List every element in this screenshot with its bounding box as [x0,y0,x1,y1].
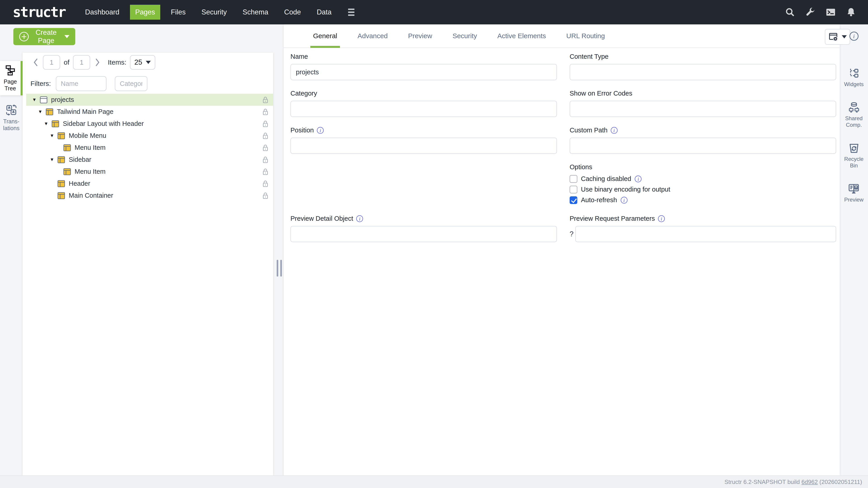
lock-icon[interactable] [262,168,269,175]
query-prefix: ? [569,230,574,238]
page-size-select[interactable]: 25 [130,55,155,70]
collapse-icon[interactable]: ▼ [32,97,37,102]
tab-preview[interactable]: Preview [405,24,435,47]
status-bar: Structr 6.2-SNAPSHOT build 6d962 (202602… [0,475,868,488]
info-icon[interactable]: i [621,197,627,203]
tree-item-sidebar-layout-with-header[interactable]: ▼ Sidebar Layout with Header [26,118,273,130]
main-menu: Dashboard Pages Files Security Schema Co… [80,5,355,20]
nav-item-data[interactable]: Data [311,5,337,20]
translations-icon [6,104,17,116]
name-input[interactable] [290,64,557,80]
page-next-icon[interactable] [94,58,101,67]
tree-item-menu-item[interactable]: ▼ Menu Item [26,142,273,154]
info-icon[interactable]: i [635,175,642,182]
plus-circle-icon [19,32,29,41]
lock-icon[interactable] [262,156,269,164]
field-position: Position i [290,127,557,154]
collapse-icon[interactable]: ▼ [49,157,55,162]
lock-icon[interactable] [262,144,269,152]
auto-refresh-checkbox[interactable] [569,196,577,204]
tab-active-elements[interactable]: Active Elements [495,24,549,47]
chevron-down-icon [64,35,69,38]
rail-tab-recycle-bin[interactable]: Recycle Bin [840,142,868,169]
items-label: Items: [108,59,126,66]
info-icon[interactable]: i [317,127,324,134]
form-spacer [290,163,557,205]
top-navbar: structr Dashboard Pages Files Security S… [0,0,868,24]
rail-tab-shared-components[interactable]: Shared Comp. [840,101,868,128]
element-icon [63,168,71,175]
create-page-button[interactable]: Create Page [13,28,75,45]
tree-item-mobile-menu[interactable]: ▼ Mobile Menu [26,130,273,142]
tab-advanced[interactable]: Advanced [355,24,391,47]
sidebar-tab-page-tree[interactable]: Page Tree [0,61,23,95]
lock-icon[interactable] [262,96,269,104]
menu-icon[interactable] [347,7,356,17]
field-name: Name [290,53,557,80]
lock-icon[interactable] [262,180,269,188]
nav-item-security[interactable]: Security [196,5,232,20]
right-rail-tabs: Widgets Shared Comp. [840,67,868,203]
rail-tab-widgets[interactable]: Widgets [844,67,864,88]
bell-icon[interactable] [846,7,856,18]
content-type-input[interactable] [569,64,836,80]
lock-icon[interactable] [262,192,269,199]
lock-icon[interactable] [262,132,269,140]
info-icon[interactable]: i [658,215,665,222]
binary-encoding-checkbox[interactable] [569,186,577,193]
info-icon[interactable]: i [611,127,618,134]
info-icon[interactable]: i [356,215,363,222]
lock-icon[interactable] [262,108,269,116]
category-input[interactable] [290,101,557,117]
structr-pages-app: structr Dashboard Pages Files Security S… [0,0,868,488]
tree-item-main-container[interactable]: ▼ Main Container [26,190,273,201]
page-tree-panel: 1 of 1 Items: 25 Filters: ▼ [23,53,273,475]
shared-components-icon [848,101,860,113]
wrench-icon[interactable] [805,7,815,18]
page-prev-icon[interactable] [33,58,39,67]
nav-item-dashboard[interactable]: Dashboard [80,5,125,20]
nav-item-schema[interactable]: Schema [237,5,274,20]
tree-item-header[interactable]: ▼ Header [26,177,273,190]
tab-general[interactable]: General [310,24,340,47]
preview-request-parameters-input[interactable] [575,226,836,242]
version-text: Structr 6.2-SNAPSHOT build [724,479,802,486]
custom-path-input[interactable] [569,138,836,154]
filter-category-input[interactable] [115,76,147,91]
settings-tabs: General Advanced Preview Security Active… [284,24,840,48]
tree-item-projects[interactable]: ▼ projects [26,94,273,106]
field-content-type: Content Type [569,53,836,80]
tree-item-menu-item[interactable]: ▼ Menu Item [26,166,273,177]
right-rail: i Widgets [840,24,868,475]
tree-item-tailwind-main-page[interactable]: ▼ Tailwind Main Page [26,106,273,118]
preview-detail-object-input[interactable] [290,226,557,242]
element-icon [57,156,65,163]
show-on-error-codes-input[interactable] [569,101,836,117]
collapse-icon[interactable]: ▼ [37,109,43,114]
search-icon[interactable] [785,7,795,18]
collapse-icon[interactable]: ▼ [49,133,55,138]
element-icon [57,180,65,187]
nav-item-code[interactable]: Code [279,5,306,20]
current-page-input[interactable]: 1 [43,55,60,70]
sidebar-tab-translations[interactable]: Trans­lations [0,101,23,135]
structr-logo: structr [13,5,65,19]
info-circle-icon[interactable]: i [849,32,859,41]
nav-item-pages[interactable]: Pages [130,5,160,20]
collapse-icon[interactable]: ▼ [43,121,49,126]
filter-name-input[interactable] [56,76,106,91]
terminal-icon[interactable] [826,7,836,18]
tab-url-routing[interactable]: URL Routing [563,24,608,47]
position-input[interactable] [290,138,557,154]
tree-item-sidebar[interactable]: ▼ Sidebar [26,154,273,166]
panel-resize-handle[interactable] [277,260,282,276]
option-binary-encoding: Use binary encoding for output [569,184,836,195]
widgets-icon [848,67,860,79]
filters-bar: Filters: [31,76,273,91]
caching-disabled-checkbox[interactable] [569,175,577,183]
lock-icon[interactable] [262,120,269,128]
build-link[interactable]: 6d962 [802,479,818,486]
nav-item-files[interactable]: Files [166,5,191,20]
tab-security[interactable]: Security [450,24,480,47]
rail-tab-preview[interactable]: Preview [844,183,864,203]
